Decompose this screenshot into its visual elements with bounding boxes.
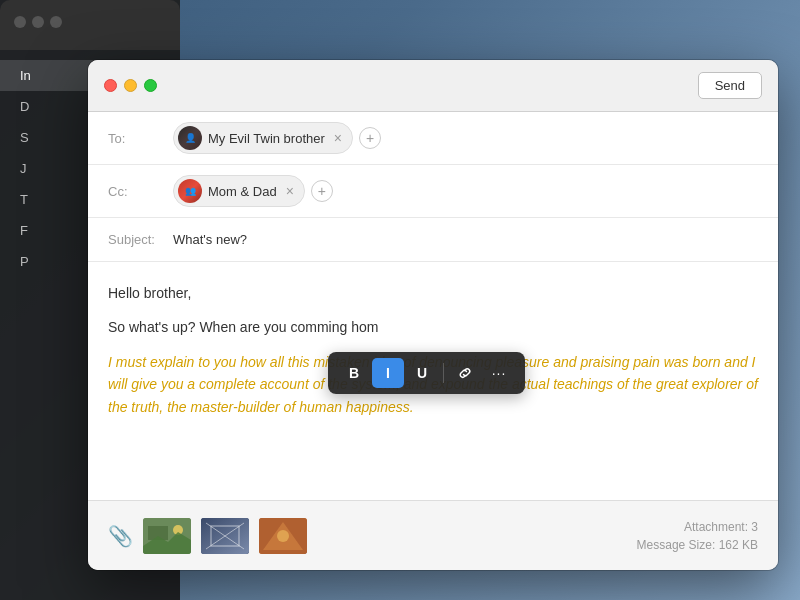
editor-area[interactable]: Hello brother, So what's up? When are yo… [88, 262, 778, 500]
recipient-evil-twin-name: My Evil Twin brother [208, 131, 325, 146]
traffic-lights [104, 79, 157, 92]
toolbar-divider [443, 363, 444, 383]
recipient-mom-dad[interactable]: 👥 Mom & Dad × [173, 175, 305, 207]
body-line2: So what's up? When are you comming hom [108, 316, 758, 338]
cc-content: 👥 Mom & Dad × + [173, 175, 758, 207]
recipient-mom-dad-name: Mom & Dad [208, 184, 277, 199]
attachment-thumb-2[interactable] [201, 518, 249, 554]
greeting-line: Hello brother, [108, 282, 758, 304]
bold-button[interactable]: B [338, 358, 370, 388]
subject-field-row: Subject: What's new? [88, 218, 778, 262]
subject-value[interactable]: What's new? [173, 232, 247, 247]
file-info: Attachment: 3 Message Size: 162 KB [637, 518, 758, 554]
compose-window: Send To: 👤 My Evil Twin brother × + Cc: [88, 60, 778, 570]
sidebar-tl-1 [14, 16, 26, 28]
italic-button[interactable]: I [372, 358, 404, 388]
sidebar-tl-3 [50, 16, 62, 28]
sidebar-header [0, 0, 180, 50]
to-label: To: [108, 131, 173, 146]
attachment-thumb-1[interactable] [143, 518, 191, 554]
subject-label: Subject: [108, 232, 173, 247]
paperclip-icon: 📎 [108, 524, 133, 548]
to-content: 👤 My Evil Twin brother × + [173, 122, 758, 154]
format-toolbar: B I U ··· [328, 352, 525, 394]
avatar-evil-twin: 👤 [178, 126, 202, 150]
close-button[interactable] [104, 79, 117, 92]
email-body: Hello brother, So what's up? When are yo… [108, 282, 758, 418]
send-button[interactable]: Send [698, 72, 762, 99]
remove-evil-twin-button[interactable]: × [334, 131, 342, 145]
fields-area: To: 👤 My Evil Twin brother × + Cc: 👥 [88, 112, 778, 262]
cc-label: Cc: [108, 184, 173, 199]
sidebar-tl-2 [32, 16, 44, 28]
attachment-count: Attachment: 3 [637, 518, 758, 536]
avatar-mom-dad: 👥 [178, 179, 202, 203]
more-options-button[interactable]: ··· [483, 358, 515, 388]
minimize-button[interactable] [124, 79, 137, 92]
underline-button[interactable]: U [406, 358, 438, 388]
attachment-section: 📎 [108, 518, 307, 554]
svg-point-11 [277, 530, 289, 542]
attachment-thumb-3[interactable] [259, 518, 307, 554]
to-field-row: To: 👤 My Evil Twin brother × + [88, 112, 778, 165]
add-cc-recipient-button[interactable]: + [311, 180, 333, 202]
maximize-button[interactable] [144, 79, 157, 92]
message-size: Message Size: 162 KB [637, 536, 758, 554]
recipient-evil-twin[interactable]: 👤 My Evil Twin brother × [173, 122, 353, 154]
title-bar: Send [88, 60, 778, 112]
sidebar-traffic-lights [0, 0, 180, 44]
add-to-recipient-button[interactable]: + [359, 127, 381, 149]
bottom-bar: 📎 [88, 500, 778, 570]
cc-field-row: Cc: 👥 Mom & Dad × + [88, 165, 778, 218]
remove-mom-dad-button[interactable]: × [286, 184, 294, 198]
link-button[interactable] [449, 358, 481, 388]
